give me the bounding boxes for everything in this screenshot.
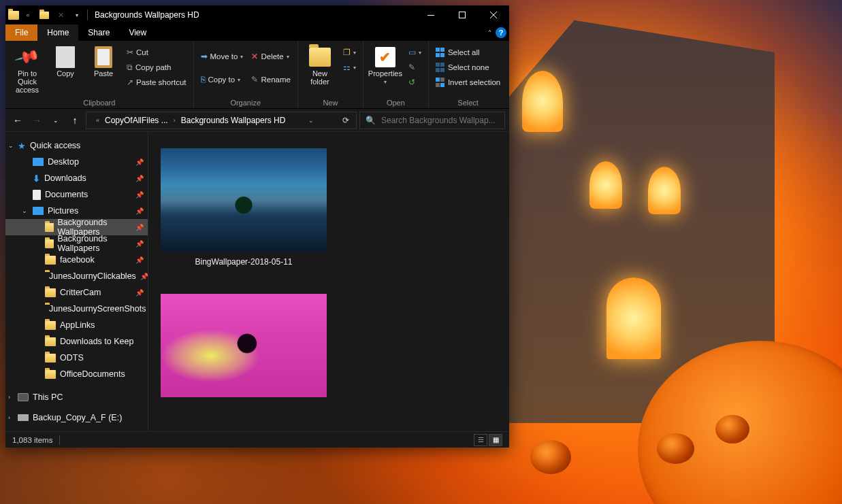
move-to-button[interactable]: ➡Move to▾ [198,49,246,64]
up-button[interactable]: ↑ [67,112,83,129]
pin-icon: 📌 [135,207,144,215]
easy-access-button[interactable]: ⚏▾ [340,60,359,75]
navigation-pane[interactable]: ⌄ ★ Quick access Desktop📌 ⬇Downloads📌 Do… [5,132,148,431]
new-item-button[interactable]: ❐▾ [340,45,359,60]
pin-icon: 📌 [140,273,148,280]
search-input[interactable]: 🔍 Search Backgrounds Wallpap... [359,112,505,129]
sidebar-item-downloads[interactable]: ⬇Downloads📌 [5,170,148,186]
close-button[interactable] [478,5,509,24]
invert-selection-button[interactable]: Invert selection [433,75,503,90]
folder-icon [45,256,56,265]
copy-path-button[interactable]: ⧉Copy path [124,60,189,75]
chevron-icon[interactable]: « [93,117,102,124]
pin-quick-access-button[interactable]: 📌 Pin to Quick access [10,45,45,94]
sidebar-item-junes-screenshots[interactable]: JunesJournyScreenShots📌 [5,301,148,317]
caret-right-icon[interactable]: › [8,414,10,421]
sidebar-item-odts[interactable]: ODTS [5,350,148,366]
sidebar-item-desktop[interactable]: Desktop📌 [5,154,148,170]
quick-access-node[interactable]: ⌄ ★ Quick access [5,137,148,154]
recent-locations-button[interactable]: ⌄ [48,112,64,129]
collapse-ribbon-icon[interactable]: ˄ [488,29,491,37]
sidebar-item-crittercam[interactable]: CritterCam📌 [5,284,148,301]
sidebar-item-officedocuments[interactable]: OfficeDocuments [5,366,148,382]
thumbnails-view-button[interactable]: ▦ [489,434,502,446]
cut-button[interactable]: ✂Cut [124,45,189,60]
open-button[interactable]: ▭▾ [406,45,424,60]
rename-icon: ✎ [251,75,258,84]
pictures-icon [33,207,44,215]
rename-button[interactable]: ✎Rename [248,72,293,87]
copy-to-button[interactable]: ⎘Copy to▾ [198,72,246,87]
folder-icon [45,321,56,330]
select-all-button[interactable]: Select all [433,45,503,60]
paste-label: Paste [94,69,113,78]
organize-group-label: Organize [198,97,293,108]
sidebar-item-facebook[interactable]: facebook📌 [5,252,148,268]
wallpaper-pumpkin [657,433,694,464]
sidebar-item-downloads-keep[interactable]: Downloads to Keep [5,333,148,350]
back-button[interactable]: ← [10,112,26,129]
file-item[interactable] [159,294,328,397]
qat-properties[interactable]: ▫ [20,7,35,22]
caret-down-icon[interactable]: ⌄ [22,207,27,214]
new-folder-button[interactable]: New folder [302,45,338,86]
properties-button[interactable]: ✔ Properties ▾ [368,45,403,85]
sidebar-item-applinks[interactable]: AppLinks [5,317,148,333]
breadcrumb-segment[interactable]: CopyOfAllFiles ... [105,116,168,125]
this-pc-node[interactable]: ›This PC [5,389,148,405]
qat-newfolder[interactable] [37,7,52,22]
new-folder-icon [309,46,331,68]
sidebar-item-pictures[interactable]: ⌄Pictures📌 [5,203,148,219]
pin-icon: 📌 [135,240,144,248]
easyaccess-icon: ⚏ [343,63,351,72]
minimize-button[interactable] [415,5,447,24]
view-tab[interactable]: View [119,24,156,41]
file-list[interactable]: BingWallpaper-2018-05-11 [148,132,509,431]
details-view-button[interactable]: ☰ [474,434,487,446]
wallpaper-pumpkin [530,440,571,474]
chevron-right-icon[interactable]: › [171,117,178,124]
copy-button[interactable]: Copy [48,45,83,78]
qat-undo[interactable]: ✕ [53,7,68,22]
titlebar[interactable]: ▫ ✕ ▾ Backgrounds Wallpapers HD [5,5,509,24]
sidebar-item-junes-clickables[interactable]: JunesJournyClickables📌 [5,268,148,284]
sidebar-item-backgrounds-2[interactable]: Backgrounds Wallpapers📌 [5,235,148,252]
help-icon[interactable]: ? [496,27,506,38]
copy-icon [54,46,76,68]
qat-customize[interactable]: ▾ [69,7,84,22]
forward-button[interactable]: → [29,112,45,129]
home-tab[interactable]: Home [37,24,78,41]
edit-button[interactable]: ✎ [406,60,424,75]
new-group-label: New [302,97,359,108]
file-tab[interactable]: File [5,24,37,41]
pin-icon: 📌 [135,158,144,166]
drive-icon [18,414,29,421]
pin-label: Pin to Quick access [10,69,45,94]
breadcrumb-segment[interactable]: Backgrounds Wallpapers HD [181,116,286,125]
pin-icon: 📌 [135,256,144,264]
delete-button[interactable]: ✕Delete▾ [248,49,293,64]
download-icon: ⬇ [33,173,40,184]
chevron-down-icon[interactable]: ⌄ [306,117,317,124]
paste-button[interactable]: Paste [86,45,121,78]
refresh-button[interactable]: ⟳ [337,116,355,125]
thumbnail-image [161,294,327,397]
maximize-button[interactable] [447,5,478,24]
paste-shortcut-button[interactable]: ↗Paste shortcut [124,75,189,90]
address-bar[interactable]: « CopyOfAllFiles ... › Backgrounds Wallp… [86,112,357,129]
folder-icon [45,354,56,363]
copypath-icon: ⧉ [127,63,133,72]
file-item[interactable]: BingWallpaper-2018-05-11 [159,148,328,267]
window-title: Backgrounds Wallpapers HD [95,10,415,20]
history-button[interactable]: ↺ [406,75,424,90]
share-tab[interactable]: Share [78,24,119,41]
caret-right-icon[interactable]: › [8,394,10,401]
folder-icon [45,223,54,232]
copyto-icon: ⎘ [201,75,206,84]
properties-label: Properties [368,69,402,78]
select-none-button[interactable]: Select none [433,60,503,75]
sidebar-item-backgrounds-1[interactable]: Backgrounds Wallpapers📌 [5,219,148,235]
sidebar-item-documents[interactable]: Documents📌 [5,186,148,203]
caret-down-icon[interactable]: ⌄ [8,142,14,149]
drive-node[interactable]: ›Backup_Copy_A_F (E:) [5,409,148,426]
